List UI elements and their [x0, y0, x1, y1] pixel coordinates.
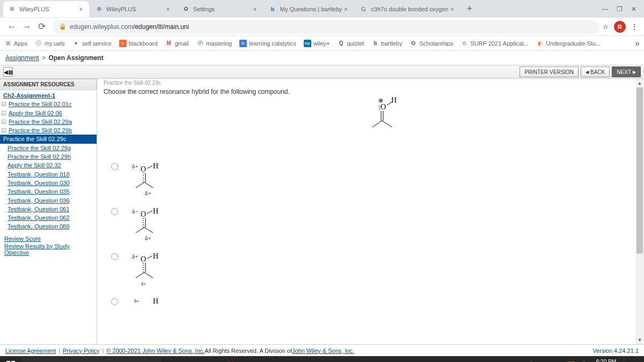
sidebar-item[interactable]: Apply the Skill 02.06 — [0, 109, 97, 117]
taskbar: 🔍 Type here to search ○ ◉ 📁 N ● ◉ Ɗ ❓ ˄ … — [0, 356, 644, 362]
start-button[interactable] — [0, 356, 21, 362]
bookmarks-overflow[interactable]: » — [635, 39, 640, 48]
clock[interactable]: 6:20 PM 2/5/2021 — [592, 359, 619, 362]
chrome2-icon[interactable]: ◉ — [261, 357, 278, 362]
sidebar-item[interactable]: Practice the Skill 02.29a — [0, 117, 97, 126]
close-icon[interactable]: × — [164, 5, 172, 13]
forward-button[interactable]: → — [19, 19, 34, 34]
sidebar-item[interactable]: Testbank, Question 062 — [0, 213, 97, 222]
sidebar-item[interactable]: Practice the Skill 02.29g — [0, 144, 97, 152]
apps-icon: ⊞ — [4, 40, 12, 47]
reload-button[interactable]: ⟳ — [34, 19, 49, 34]
review-results-link[interactable]: Review Results by Study Objective — [4, 243, 92, 256]
close-icon[interactable]: × — [77, 5, 85, 13]
url-input[interactable]: 🔒 edugen.wileyplus.com/edugen/lti/main.u… — [53, 20, 599, 34]
sidebar-item[interactable]: Testbank, Question 018 — [0, 170, 97, 179]
bookmark-quizlet[interactable]: Qquizlet — [338, 40, 364, 47]
sidebar-item-current[interactable]: Practice the Skill 02.29c — [0, 135, 97, 143]
search-input[interactable]: 🔍 Type here to search — [21, 357, 161, 362]
copyright-link[interactable]: © 2000-2021 John Wiley & Sons, Inc. — [106, 348, 204, 354]
sidebar-item[interactable]: Apply the Skill 02.32 — [0, 161, 97, 169]
sidebar-header: ASSIGNMENT RESOURCES — [0, 79, 97, 90]
tab-1[interactable]: ⊗ WileyPLUS × — [3, 1, 89, 17]
review-score-link[interactable]: Review Score — [4, 235, 92, 242]
radio-button[interactable] — [111, 253, 118, 260]
svg-text:δ+: δ+ — [141, 281, 146, 286]
content-area: Practice the Skill 02.29c Choose the cor… — [97, 79, 635, 344]
bookmark-gmail[interactable]: Mgmail — [165, 40, 189, 47]
sidebar-item[interactable]: Practice the Skill 02.01c — [0, 100, 97, 108]
breadcrumb-sep: > — [42, 54, 46, 62]
bookmark-blackboard[interactable]: ▪blackboard — [119, 40, 158, 47]
radio-button[interactable] — [111, 163, 118, 170]
rights-text: All Rights Reserved. A Division of — [204, 348, 292, 354]
sidebar-item[interactable]: Testbank, Question 036 — [0, 196, 97, 205]
bm-icon: ▾ — [72, 40, 80, 47]
tab-3[interactable]: ✿ Settings × — [177, 1, 263, 17]
notifications-icon[interactable]: 💬 — [624, 356, 642, 362]
wiley-link[interactable]: John Wiley & Sons, Inc. — [292, 348, 354, 354]
sidebar-item[interactable]: Practice the Skill 02.29h — [0, 152, 97, 161]
url-path: /edugen/lti/main.uni — [133, 23, 189, 31]
sidebar-item[interactable]: Testbank, Question 030 — [0, 179, 97, 187]
bm-icon: wp — [304, 40, 311, 47]
bookmark-apps[interactable]: ⊞Apps — [4, 40, 27, 47]
sidebar: ASSIGNMENT RESOURCES Ch2-Assignment-1 Pr… — [0, 79, 97, 344]
spotify-icon[interactable]: ● — [241, 357, 259, 362]
bookmark-surp[interactable]: ⊚SURP 2021 Applicat... — [460, 40, 529, 47]
structure-4: δ+ H — [129, 296, 172, 310]
scrollbar[interactable]: ▲ ▼ — [635, 79, 644, 344]
scroll-thumb[interactable] — [636, 87, 643, 254]
footer: License Agreement | Privacy Policy | © 2… — [0, 344, 644, 356]
profile-avatar[interactable]: R — [614, 21, 626, 33]
sidebar-item[interactable]: Practice the Skill 02.29b — [0, 126, 97, 135]
collapse-sidebar-button[interactable]: ◀▦ — [3, 67, 13, 77]
close-window-icon[interactable]: ✕ — [631, 5, 636, 13]
tab-4[interactable]: b My Questions | bartleby × — [264, 1, 354, 17]
star-icon[interactable]: ☆ — [603, 23, 609, 31]
license-link[interactable]: License Agreement — [5, 348, 56, 354]
maximize-icon[interactable]: ❐ — [617, 5, 623, 13]
sidebar-item[interactable]: Testbank, Question 061 — [0, 205, 97, 213]
close-icon[interactable]: × — [449, 5, 456, 13]
next-button[interactable]: NEXT — [612, 67, 641, 77]
minimize-icon[interactable]: — — [602, 5, 608, 13]
bookmark-bartleby[interactable]: bbartleby — [371, 40, 402, 47]
bookmark-selfservice[interactable]: ▾self service — [72, 40, 112, 47]
chrome-icon[interactable]: ◉ — [184, 357, 201, 362]
svg-text:δ+: δ+ — [145, 190, 151, 196]
radio-button[interactable] — [111, 298, 118, 305]
bookmark-scholarships[interactable]: ✪Scholarships — [409, 40, 453, 47]
scroll-up[interactable]: ▲ — [635, 79, 644, 87]
tab-5[interactable]: G c3h7o double bonded oxygen × — [355, 1, 460, 17]
back-button[interactable]: ← — [4, 19, 19, 34]
menu-icon[interactable]: ⋮ — [631, 23, 638, 31]
netflix-icon[interactable]: N — [222, 357, 239, 362]
cortana-icon[interactable]: ○ — [164, 357, 181, 362]
explorer-icon[interactable]: 📁 — [203, 357, 220, 362]
assignment-title-link[interactable]: Ch2-Assignment-1 — [0, 91, 97, 100]
bm-icon: ⓘ — [35, 40, 42, 47]
new-tab-button[interactable]: + — [462, 3, 478, 14]
printer-version-button[interactable]: PRINTER VERSION — [519, 67, 579, 77]
breadcrumb-root[interactable]: Assignment — [5, 54, 39, 62]
sidebar-item[interactable]: Testbank, Question 035 — [0, 187, 97, 196]
close-icon[interactable]: × — [342, 5, 349, 13]
bookmark-lc[interactable]: lclearning catalytics — [239, 40, 296, 47]
close-icon[interactable]: × — [251, 5, 259, 13]
svg-line-14 — [136, 182, 144, 188]
sidebar-item[interactable]: Testbank, Question 088 — [0, 222, 97, 231]
bookmark-wiley[interactable]: wpwiley+ — [304, 40, 330, 47]
bookmark-myuafs[interactable]: ⓘmy.uafs — [35, 40, 65, 47]
back-button[interactable]: BACK — [581, 67, 610, 77]
privacy-link[interactable]: Privacy Policy — [63, 348, 99, 354]
disney-icon[interactable]: Ɗ — [280, 357, 297, 362]
bookmark-undergrad[interactable]: ◐Undergraduate Stu... — [536, 40, 601, 47]
browser-tab-strip: ⊗ WileyPLUS × ⊗ WileyPLUS × ✿ Settings ×… — [0, 0, 644, 18]
option-4: δ+ H — [111, 296, 629, 310]
tab-2[interactable]: ⊗ WileyPLUS × — [90, 1, 176, 17]
radio-button[interactable] — [111, 208, 118, 215]
scroll-down[interactable]: ▼ — [635, 336, 644, 344]
bookmark-mastering[interactable]: Ⓟmastering — [196, 40, 232, 47]
bm-icon: Ⓟ — [196, 40, 204, 47]
